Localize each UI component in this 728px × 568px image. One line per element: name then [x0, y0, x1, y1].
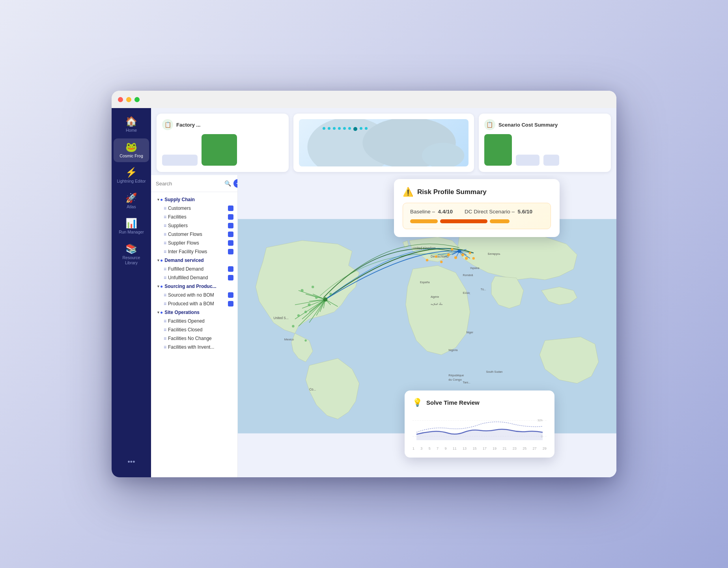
- tree-section-sourcing[interactable]: ▾ ● Sourcing and Produc...: [151, 282, 237, 291]
- tree-item-facilities[interactable]: ≡ Facilities: [151, 213, 237, 221]
- svg-point-55: [457, 249, 461, 253]
- fulfilled-demand-icon: ≡: [164, 266, 166, 272]
- baseline-value: 4.4/10: [438, 209, 453, 215]
- facilities-invent-label: Facilities with Invent...: [168, 344, 233, 350]
- svg-text:España: España: [420, 280, 430, 284]
- svg-point-52: [304, 311, 307, 313]
- tree-item-facilities-opened[interactable]: ≡ Facilities Opened: [151, 317, 237, 325]
- tree-item-supplier-flows[interactable]: ≡ Supplier Flows: [151, 239, 237, 247]
- risk-profile-card: ⚠️ Risk Profile Summary Baseline – 4.4/1…: [394, 179, 560, 237]
- facilities-label: Facilities: [168, 214, 226, 220]
- map-dot-4: [338, 127, 341, 130]
- svg-text:Mexico: Mexico: [284, 338, 294, 341]
- tree-item-customer-flows[interactable]: ≡ Customer Flows: [151, 230, 237, 239]
- minimize-button[interactable]: [126, 97, 131, 102]
- svg-text:Украïна: Украïна: [470, 267, 480, 270]
- scenario-bar-2: [516, 155, 539, 166]
- facilities-opened-icon: ≡: [164, 318, 166, 324]
- tree-item-produced-bom[interactable]: ≡ Produced with a BOM: [151, 299, 237, 308]
- tree-item-sourced-no-bom[interactable]: ≡ Sourced with no BOM: [151, 291, 237, 299]
- svg-text:United S...: United S...: [274, 316, 289, 320]
- tree-item-customers[interactable]: ≡ Customers: [151, 204, 237, 213]
- svg-text:South Sudan: South Sudan: [486, 370, 502, 374]
- supply-chain-label: Supply Chain: [164, 197, 233, 202]
- sidebar-item-resource-library[interactable]: 📚 Resource Library: [114, 240, 149, 269]
- tree-section-site-operations[interactable]: ▾ ● Site Operations: [151, 308, 237, 317]
- tree-item-facilities-invent[interactable]: ≡ Facilities with Invent...: [151, 343, 237, 351]
- map-area: 🔍 + ▾ ● Supply Chain ≡: [151, 175, 616, 477]
- solve-time-card: 💡 Solve Time Review 32h 0: [405, 390, 554, 458]
- tree-item-fulfilled-demand[interactable]: ≡ Fulfilled Demand: [151, 265, 237, 273]
- customer-flows-badge: [228, 232, 233, 237]
- supplier-flows-badge: [228, 240, 233, 246]
- sourcing-node-icon: ●: [160, 284, 163, 289]
- svg-point-63: [469, 252, 471, 254]
- world-map[interactable]: United Kingdom Deutschland España Algéri…: [238, 175, 616, 477]
- site-ops-node-icon: ●: [160, 310, 163, 315]
- tree-item-facilities-no-change[interactable]: ≡ Facilities No Change: [151, 334, 237, 343]
- sourcing-label: Sourcing and Produc...: [164, 284, 233, 289]
- search-icon: 🔍: [224, 180, 231, 187]
- svg-point-59: [451, 248, 453, 250]
- svg-text:Niger: Niger: [467, 331, 474, 334]
- tree-item-unfulfilled-demand[interactable]: ≡ Unfulfilled Demand: [151, 273, 237, 282]
- sidebar-item-run-manager[interactable]: 📊 Run Manager: [114, 215, 149, 239]
- lightning-icon: ⚡: [125, 168, 137, 177]
- svg-point-47: [308, 303, 311, 306]
- mini-map-dots: [323, 127, 368, 131]
- tree-container[interactable]: ▾ ● Supply Chain ≡ Customers ≡: [151, 192, 237, 477]
- top-widgets: 📋 Factory ...: [151, 108, 616, 175]
- facilities-closed-label: Facilities Closed: [168, 327, 233, 333]
- close-button[interactable]: [118, 97, 123, 102]
- sidebar-item-run-manager-label: Run Manager: [119, 230, 144, 235]
- customers-icon: ≡: [164, 206, 166, 211]
- tree-section-supply-chain[interactable]: ▾ ● Supply Chain: [151, 195, 237, 204]
- unfulfilled-demand-icon: ≡: [164, 275, 166, 280]
- sidebar-item-home[interactable]: 🏠 Home: [114, 113, 149, 137]
- tree-item-facilities-closed[interactable]: ≡ Facilities Closed: [151, 325, 237, 334]
- risk-bar-1: [410, 219, 438, 223]
- scenario-widget-header: 📋 Scenario Cost Summary: [484, 119, 605, 130]
- svg-point-65: [426, 259, 428, 261]
- tree-item-suppliers[interactable]: ≡ Suppliers: [151, 221, 237, 230]
- map-dot-7: [360, 127, 362, 130]
- chevron-supply-chain: ▾: [157, 198, 159, 202]
- sidebar-item-cosmic-frog[interactable]: 🐸 Cosmic Frog: [114, 138, 149, 163]
- search-input[interactable]: [156, 181, 222, 187]
- add-button[interactable]: +: [233, 179, 238, 188]
- solve-card-header: 💡 Solve Time Review: [413, 398, 547, 407]
- sourced-no-bom-label: Sourced with no BOM: [168, 292, 226, 298]
- tree-section-demand[interactable]: ▾ ● Demand serviced: [151, 256, 237, 265]
- risk-bars: [410, 219, 543, 223]
- risk-scores: Baseline – 4.4/10 DC Direct Scenario – 5…: [410, 209, 543, 215]
- svg-text:مكّة المكرّمة: مكّة المكرّمة: [431, 302, 442, 306]
- facilities-opened-label: Facilities Opened: [168, 318, 233, 324]
- factory-widget: 📋 Factory ...: [157, 114, 289, 172]
- suppliers-label: Suppliers: [168, 223, 226, 228]
- tree-item-inter-facility-flows[interactable]: ≡ Inter Facility Flows: [151, 247, 237, 256]
- risk-card-header: ⚠️ Risk Profile Summary: [403, 187, 551, 197]
- unfulfilled-demand-label: Unfulfilled Demand: [168, 275, 226, 280]
- more-menu[interactable]: •••: [128, 458, 135, 473]
- map-dot-3: [333, 127, 336, 130]
- resource-library-icon: 📚: [125, 244, 137, 254]
- atlas-icon: 🚀: [125, 193, 137, 203]
- risk-bar-2: [440, 219, 487, 223]
- suppliers-badge: [228, 223, 233, 228]
- svg-point-56: [447, 253, 450, 256]
- svg-text:Tani...: Tani...: [463, 381, 470, 384]
- risk-card-title: Risk Profile Summary: [417, 188, 487, 196]
- produced-bom-icon: ≡: [164, 301, 166, 306]
- mini-map: [299, 119, 469, 166]
- solve-card-title: Solve Time Review: [426, 399, 480, 406]
- scenario-bar-3: [543, 155, 559, 166]
- run-manager-icon: 📊: [125, 219, 137, 228]
- maximize-button[interactable]: [134, 97, 140, 102]
- cosmic-frog-icon: 🐸: [125, 142, 137, 152]
- customers-badge: [228, 206, 233, 211]
- sidebar-item-atlas[interactable]: 🚀 Atlas: [114, 189, 149, 213]
- chevron-sourcing: ▾: [157, 284, 159, 288]
- baseline-score: Baseline – 4.4/10: [410, 209, 453, 215]
- svg-text:Algérie: Algérie: [431, 295, 439, 299]
- sidebar-item-lightning-editor[interactable]: ⚡ Lightning Editor: [114, 164, 149, 188]
